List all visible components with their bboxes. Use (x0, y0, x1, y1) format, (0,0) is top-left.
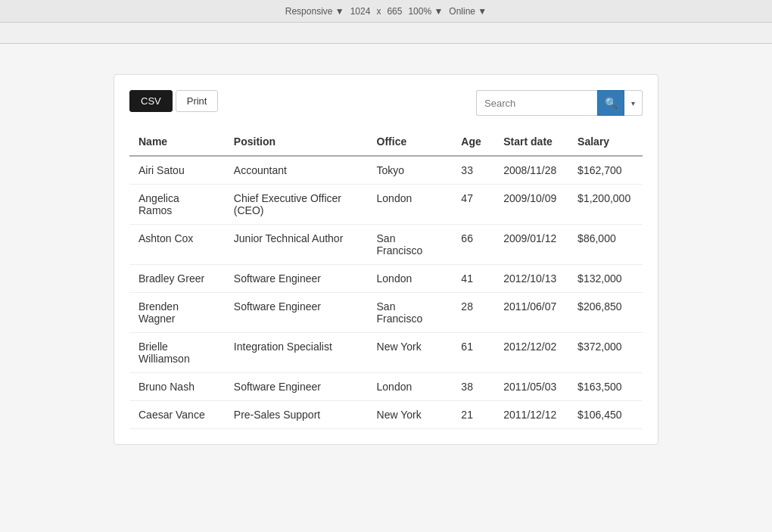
cell-startdate: 2009/01/12 (494, 225, 568, 265)
page-container: CSV Print 🔍 ▾ Name Position Office (0, 44, 772, 475)
header-row: Name Position Office Age Start date Sala… (129, 128, 643, 156)
zoom-label[interactable]: 100% ▼ (408, 6, 443, 17)
cell-office: New York (368, 333, 453, 373)
search-dropdown-button[interactable]: ▾ (624, 90, 643, 116)
cell-age: 47 (452, 185, 494, 225)
cell-salary: $163,500 (568, 373, 643, 401)
width-label: 1024 (350, 6, 371, 17)
col-header-name: Name (129, 128, 225, 156)
cell-position: Junior Technical Author (225, 225, 368, 265)
table-row: Ashton CoxJunior Technical AuthorSan Fra… (129, 225, 643, 265)
cell-startdate: 2012/12/02 (494, 333, 568, 373)
data-card: CSV Print 🔍 ▾ Name Position Office (114, 74, 658, 445)
export-button-group: CSV Print (129, 90, 218, 112)
col-header-office: Office (368, 128, 453, 156)
col-header-startdate: Start date (494, 128, 568, 156)
cell-office: London (368, 185, 453, 225)
cell-position: Software Engineer (225, 265, 368, 293)
chevron-down-icon: ▾ (631, 99, 635, 107)
data-table: Name Position Office Age Start date Sala… (129, 128, 643, 429)
table-header: Name Position Office Age Start date Sala… (129, 128, 643, 156)
cell-position: Pre-Sales Support (225, 401, 368, 429)
cell-office: London (368, 265, 453, 293)
browser-bar: Responsive ▼ 1024 x 665 100% ▼ Online ▼ (0, 0, 772, 23)
cell-salary: $1,200,000 (568, 185, 643, 225)
cell-name: Brenden Wagner (129, 293, 225, 333)
cell-name: Ashton Cox (129, 225, 225, 265)
table-row: Caesar VancePre-Sales SupportNew York212… (129, 401, 643, 429)
cell-office: San Francisco (368, 225, 453, 265)
table-body: Airi SatouAccountantTokyo332008/11/28$16… (129, 156, 643, 429)
cell-salary: $106,450 (568, 401, 643, 429)
search-input[interactable] (476, 90, 597, 116)
cell-office: New York (368, 401, 453, 429)
cell-name: Caesar Vance (129, 401, 225, 429)
table-row: Angelica RamosChief Executive Officer (C… (129, 185, 643, 225)
table-row: Bruno NashSoftware EngineerLondon382011/… (129, 373, 643, 401)
table-row: Airi SatouAccountantTokyo332008/11/28$16… (129, 156, 643, 185)
cell-age: 33 (452, 156, 494, 185)
online-label[interactable]: Online ▼ (449, 6, 487, 17)
cell-name: Brielle Williamson (129, 333, 225, 373)
cell-office: London (368, 373, 453, 401)
cell-name: Bradley Greer (129, 265, 225, 293)
cell-position: Software Engineer (225, 373, 368, 401)
table-row: Bradley GreerSoftware EngineerLondon4120… (129, 265, 643, 293)
search-group: 🔍 ▾ (476, 90, 643, 116)
cell-name: Bruno Nash (129, 373, 225, 401)
tab-bar (0, 23, 772, 44)
cell-office: Tokyo (368, 156, 453, 185)
cell-salary: $206,850 (568, 293, 643, 333)
cell-startdate: 2011/12/12 (494, 401, 568, 429)
cell-position: Software Engineer (225, 293, 368, 333)
search-button[interactable]: 🔍 (597, 90, 624, 116)
toolbar: CSV Print 🔍 ▾ (129, 90, 643, 116)
cell-startdate: 2008/11/28 (494, 156, 568, 185)
height-label: 665 (387, 6, 402, 17)
col-header-position: Position (225, 128, 368, 156)
cell-salary: $132,000 (568, 265, 643, 293)
csv-button[interactable]: CSV (129, 90, 173, 112)
cell-age: 66 (452, 225, 494, 265)
cell-salary: $86,000 (568, 225, 643, 265)
x-separator: x (376, 6, 381, 17)
cell-name: Airi Satou (129, 156, 225, 185)
search-icon: 🔍 (605, 97, 618, 109)
cell-office: San Francisco (368, 293, 453, 333)
cell-name: Angelica Ramos (129, 185, 225, 225)
responsive-label[interactable]: Responsive ▼ (285, 6, 344, 17)
cell-position: Integration Specialist (225, 333, 368, 373)
cell-salary: $162,700 (568, 156, 643, 185)
cell-position: Accountant (225, 156, 368, 185)
cell-age: 21 (452, 401, 494, 429)
col-header-salary: Salary (568, 128, 643, 156)
table-row: Brielle WilliamsonIntegration Specialist… (129, 333, 643, 373)
cell-age: 41 (452, 265, 494, 293)
col-header-age: Age (452, 128, 494, 156)
print-button[interactable]: Print (176, 90, 219, 112)
table-row: Brenden WagnerSoftware EngineerSan Franc… (129, 293, 643, 333)
cell-age: 61 (452, 333, 494, 373)
cell-position: Chief Executive Officer (CEO) (225, 185, 368, 225)
cell-salary: $372,000 (568, 333, 643, 373)
cell-startdate: 2012/10/13 (494, 265, 568, 293)
cell-age: 38 (452, 373, 494, 401)
cell-startdate: 2011/06/07 (494, 293, 568, 333)
cell-startdate: 2009/10/09 (494, 185, 568, 225)
cell-age: 28 (452, 293, 494, 333)
cell-startdate: 2011/05/03 (494, 373, 568, 401)
